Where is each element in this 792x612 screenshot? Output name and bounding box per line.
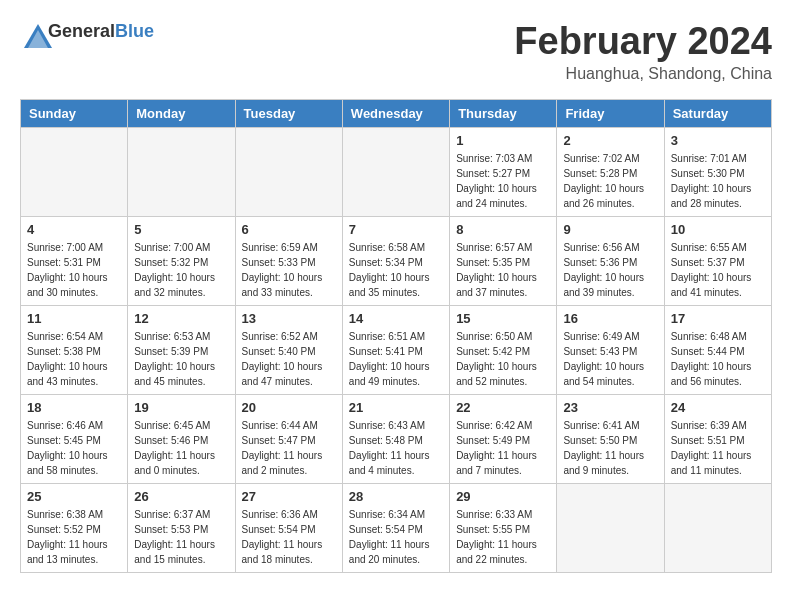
- calendar-cell: 1Sunrise: 7:03 AMSunset: 5:27 PMDaylight…: [450, 128, 557, 217]
- sunrise-text: Sunrise: 6:45 AM: [134, 418, 228, 433]
- sunrise-text: Sunrise: 7:00 AM: [27, 240, 121, 255]
- daylight-text: Daylight: 11 hours and 2 minutes.: [242, 448, 336, 478]
- day-number: 27: [242, 489, 336, 504]
- sunset-text: Sunset: 5:54 PM: [242, 522, 336, 537]
- day-number: 12: [134, 311, 228, 326]
- sunset-text: Sunset: 5:36 PM: [563, 255, 657, 270]
- logo-text-general: General: [48, 22, 115, 42]
- day-info: Sunrise: 6:37 AMSunset: 5:53 PMDaylight:…: [134, 507, 228, 567]
- sunset-text: Sunset: 5:28 PM: [563, 166, 657, 181]
- calendar-cell: 22Sunrise: 6:42 AMSunset: 5:49 PMDayligh…: [450, 395, 557, 484]
- daylight-text: Daylight: 11 hours and 22 minutes.: [456, 537, 550, 567]
- calendar-cell: 14Sunrise: 6:51 AMSunset: 5:41 PMDayligh…: [342, 306, 449, 395]
- sunrise-text: Sunrise: 6:34 AM: [349, 507, 443, 522]
- day-info: Sunrise: 7:03 AMSunset: 5:27 PMDaylight:…: [456, 151, 550, 211]
- sunset-text: Sunset: 5:53 PM: [134, 522, 228, 537]
- day-info: Sunrise: 6:38 AMSunset: 5:52 PMDaylight:…: [27, 507, 121, 567]
- sunrise-text: Sunrise: 6:39 AM: [671, 418, 765, 433]
- day-info: Sunrise: 7:00 AMSunset: 5:32 PMDaylight:…: [134, 240, 228, 300]
- daylight-text: Daylight: 11 hours and 4 minutes.: [349, 448, 443, 478]
- sunset-text: Sunset: 5:47 PM: [242, 433, 336, 448]
- day-info: Sunrise: 6:34 AMSunset: 5:54 PMDaylight:…: [349, 507, 443, 567]
- calendar-table: SundayMondayTuesdayWednesdayThursdayFrid…: [20, 99, 772, 573]
- day-number: 7: [349, 222, 443, 237]
- sunset-text: Sunset: 5:52 PM: [27, 522, 121, 537]
- daylight-text: Daylight: 10 hours and 33 minutes.: [242, 270, 336, 300]
- weekday-header-sunday: Sunday: [21, 100, 128, 128]
- day-number: 10: [671, 222, 765, 237]
- sunrise-text: Sunrise: 6:38 AM: [27, 507, 121, 522]
- calendar-cell: 10Sunrise: 6:55 AMSunset: 5:37 PMDayligh…: [664, 217, 771, 306]
- day-info: Sunrise: 6:46 AMSunset: 5:45 PMDaylight:…: [27, 418, 121, 478]
- day-number: 5: [134, 222, 228, 237]
- day-info: Sunrise: 6:43 AMSunset: 5:48 PMDaylight:…: [349, 418, 443, 478]
- day-info: Sunrise: 6:41 AMSunset: 5:50 PMDaylight:…: [563, 418, 657, 478]
- sunset-text: Sunset: 5:31 PM: [27, 255, 121, 270]
- calendar-cell: 15Sunrise: 6:50 AMSunset: 5:42 PMDayligh…: [450, 306, 557, 395]
- sunset-text: Sunset: 5:51 PM: [671, 433, 765, 448]
- calendar-cell: 23Sunrise: 6:41 AMSunset: 5:50 PMDayligh…: [557, 395, 664, 484]
- daylight-text: Daylight: 10 hours and 54 minutes.: [563, 359, 657, 389]
- daylight-text: Daylight: 10 hours and 26 minutes.: [563, 181, 657, 211]
- day-number: 19: [134, 400, 228, 415]
- sunset-text: Sunset: 5:32 PM: [134, 255, 228, 270]
- day-number: 14: [349, 311, 443, 326]
- calendar-cell: [21, 128, 128, 217]
- day-number: 20: [242, 400, 336, 415]
- daylight-text: Daylight: 10 hours and 37 minutes.: [456, 270, 550, 300]
- sunrise-text: Sunrise: 6:36 AM: [242, 507, 336, 522]
- day-info: Sunrise: 6:53 AMSunset: 5:39 PMDaylight:…: [134, 329, 228, 389]
- day-info: Sunrise: 6:48 AMSunset: 5:44 PMDaylight:…: [671, 329, 765, 389]
- day-info: Sunrise: 6:33 AMSunset: 5:55 PMDaylight:…: [456, 507, 550, 567]
- daylight-text: Daylight: 11 hours and 0 minutes.: [134, 448, 228, 478]
- day-number: 13: [242, 311, 336, 326]
- daylight-text: Daylight: 10 hours and 47 minutes.: [242, 359, 336, 389]
- calendar-cell: 9Sunrise: 6:56 AMSunset: 5:36 PMDaylight…: [557, 217, 664, 306]
- sunset-text: Sunset: 5:27 PM: [456, 166, 550, 181]
- calendar-cell: [342, 128, 449, 217]
- week-row-1: 4Sunrise: 7:00 AMSunset: 5:31 PMDaylight…: [21, 217, 772, 306]
- sunset-text: Sunset: 5:50 PM: [563, 433, 657, 448]
- daylight-text: Daylight: 10 hours and 58 minutes.: [27, 448, 121, 478]
- sunrise-text: Sunrise: 6:37 AM: [134, 507, 228, 522]
- sunrise-text: Sunrise: 6:53 AM: [134, 329, 228, 344]
- sunrise-text: Sunrise: 6:55 AM: [671, 240, 765, 255]
- sunset-text: Sunset: 5:46 PM: [134, 433, 228, 448]
- sunrise-text: Sunrise: 7:02 AM: [563, 151, 657, 166]
- logo-text-blue: Blue: [115, 22, 154, 42]
- sunset-text: Sunset: 5:55 PM: [456, 522, 550, 537]
- sunset-text: Sunset: 5:45 PM: [27, 433, 121, 448]
- calendar-cell: 19Sunrise: 6:45 AMSunset: 5:46 PMDayligh…: [128, 395, 235, 484]
- title-area: February 2024 Huanghua, Shandong, China: [514, 20, 772, 83]
- day-info: Sunrise: 7:00 AMSunset: 5:31 PMDaylight:…: [27, 240, 121, 300]
- sunrise-text: Sunrise: 6:46 AM: [27, 418, 121, 433]
- day-info: Sunrise: 6:44 AMSunset: 5:47 PMDaylight:…: [242, 418, 336, 478]
- sunset-text: Sunset: 5:35 PM: [456, 255, 550, 270]
- sunrise-text: Sunrise: 6:49 AM: [563, 329, 657, 344]
- sunrise-text: Sunrise: 6:50 AM: [456, 329, 550, 344]
- sunset-text: Sunset: 5:33 PM: [242, 255, 336, 270]
- sunrise-text: Sunrise: 6:44 AM: [242, 418, 336, 433]
- daylight-text: Daylight: 10 hours and 35 minutes.: [349, 270, 443, 300]
- sunset-text: Sunset: 5:48 PM: [349, 433, 443, 448]
- week-row-3: 18Sunrise: 6:46 AMSunset: 5:45 PMDayligh…: [21, 395, 772, 484]
- sunrise-text: Sunrise: 6:52 AM: [242, 329, 336, 344]
- weekday-header-wednesday: Wednesday: [342, 100, 449, 128]
- sunset-text: Sunset: 5:37 PM: [671, 255, 765, 270]
- calendar-cell: 20Sunrise: 6:44 AMSunset: 5:47 PMDayligh…: [235, 395, 342, 484]
- sunrise-text: Sunrise: 6:42 AM: [456, 418, 550, 433]
- day-info: Sunrise: 6:51 AMSunset: 5:41 PMDaylight:…: [349, 329, 443, 389]
- sunset-text: Sunset: 5:43 PM: [563, 344, 657, 359]
- daylight-text: Daylight: 11 hours and 20 minutes.: [349, 537, 443, 567]
- daylight-text: Daylight: 10 hours and 56 minutes.: [671, 359, 765, 389]
- day-info: Sunrise: 6:59 AMSunset: 5:33 PMDaylight:…: [242, 240, 336, 300]
- calendar-cell: 21Sunrise: 6:43 AMSunset: 5:48 PMDayligh…: [342, 395, 449, 484]
- calendar-cell: 3Sunrise: 7:01 AMSunset: 5:30 PMDaylight…: [664, 128, 771, 217]
- day-info: Sunrise: 6:49 AMSunset: 5:43 PMDaylight:…: [563, 329, 657, 389]
- day-info: Sunrise: 6:54 AMSunset: 5:38 PMDaylight:…: [27, 329, 121, 389]
- daylight-text: Daylight: 10 hours and 52 minutes.: [456, 359, 550, 389]
- day-info: Sunrise: 6:55 AMSunset: 5:37 PMDaylight:…: [671, 240, 765, 300]
- header: General Blue February 2024 Huanghua, Sha…: [20, 20, 772, 83]
- week-row-2: 11Sunrise: 6:54 AMSunset: 5:38 PMDayligh…: [21, 306, 772, 395]
- daylight-text: Daylight: 11 hours and 15 minutes.: [134, 537, 228, 567]
